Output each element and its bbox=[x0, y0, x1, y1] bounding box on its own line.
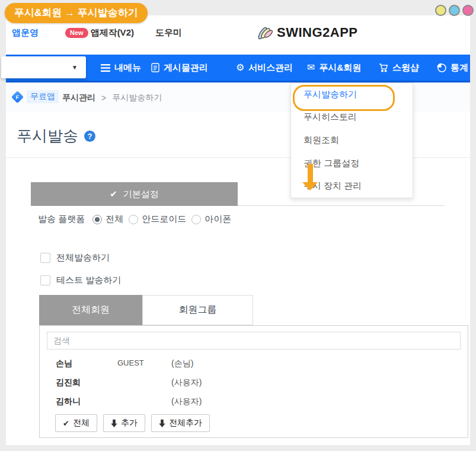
breadcrumb-separator: > bbox=[101, 93, 106, 103]
radio-label: 전체 bbox=[106, 214, 123, 225]
nav-label: 통계 bbox=[451, 62, 468, 74]
radio-label: 아이폰 bbox=[205, 214, 231, 225]
cart-icon bbox=[379, 63, 388, 72]
menu-icon bbox=[101, 64, 110, 72]
member-buttons: ✔ 전체 추가 bbox=[55, 414, 210, 432]
push-members-dropdown-menu: 푸시발송하기 푸시히스토리 회원조회 권한 그룹설정 푸시 장치 관리 bbox=[290, 82, 413, 198]
menu-item-member-lookup[interactable]: 회원조회 bbox=[291, 129, 413, 152]
breadcrumb-current: 푸시발송하기 bbox=[112, 93, 162, 103]
yellow-dot-icon[interactable] bbox=[435, 5, 446, 16]
member-list-panel: 손님 GUEST (손님) 김진희 (사용자) 김하니 (사용자) ✔ 전체 bbox=[39, 325, 468, 438]
checkbox-test-send[interactable]: 테스트 발송하기 bbox=[40, 275, 121, 286]
nav-item-push-members[interactable]: ✉ 푸시&회원 bbox=[307, 55, 361, 81]
header-link-help[interactable]: 도우미 bbox=[155, 27, 182, 39]
main-navbar: ▼ 내메뉴 게시물관리 ⚙ bbox=[6, 55, 470, 82]
radio-icon[interactable] bbox=[129, 215, 138, 224]
check-icon: ✔ bbox=[63, 419, 69, 428]
checkbox-icon[interactable] bbox=[40, 275, 50, 285]
breadcrumb-app: F 무료앱 bbox=[13, 90, 59, 103]
select-all-button[interactable]: ✔ 전체 bbox=[55, 414, 97, 432]
search-input[interactable] bbox=[47, 332, 461, 350]
nav-label: 내메뉴 bbox=[114, 62, 141, 74]
gear-icon: ⚙ bbox=[236, 63, 244, 72]
nav-label: 스윙샵 bbox=[392, 62, 419, 74]
down-arrow-icon bbox=[159, 420, 165, 427]
member-role: (손님) bbox=[171, 358, 193, 369]
radio-option-android[interactable]: 안드로이드 bbox=[129, 214, 186, 225]
menu-item-push-devices[interactable]: 푸시 장치 관리 bbox=[291, 174, 413, 198]
radio-option-iphone[interactable]: 아이폰 bbox=[191, 214, 231, 225]
logo-text: SWING2APP bbox=[277, 25, 358, 40]
page-title: 푸시발송 bbox=[17, 126, 78, 147]
nav-item-my-menu[interactable]: 내메뉴 bbox=[101, 55, 141, 81]
annotation-path-badge: 푸시&회원 → 푸시발송하기 bbox=[5, 3, 148, 23]
free-app-diamond-icon: F bbox=[11, 90, 24, 103]
nav-label: 서비스관리 bbox=[248, 62, 293, 74]
window-controls bbox=[435, 5, 474, 16]
button-label: 전체추가 bbox=[169, 418, 202, 428]
breadcrumb-section[interactable]: 푸시관리 bbox=[62, 93, 95, 103]
member-name: 김하니 bbox=[56, 396, 81, 407]
member-name: 김진희 bbox=[56, 377, 81, 388]
checkbox-label: 테스트 발송하기 bbox=[56, 275, 121, 286]
nav-label: 게시물관리 bbox=[164, 62, 208, 74]
menu-item-permission-groups[interactable]: 권한 그룹설정 bbox=[291, 152, 413, 175]
add-all-button[interactable]: 전체추가 bbox=[151, 414, 210, 432]
tab-basic-settings-label: 기본설정 bbox=[123, 189, 159, 200]
header-links: 앱운영 New 앱제작(V2) 도우미 bbox=[12, 27, 182, 39]
header-link-app-operation[interactable]: 앱운영 bbox=[12, 27, 39, 39]
nav-item-statistics[interactable]: 통계 bbox=[437, 55, 468, 81]
breadcrumb-trail: 푸시관리 > 푸시발송하기 bbox=[62, 93, 162, 103]
member-row[interactable]: 김진희 (사용자) bbox=[40, 377, 468, 389]
button-label: 추가 bbox=[121, 418, 138, 428]
button-label: 전체 bbox=[73, 418, 90, 428]
add-button[interactable]: 추가 bbox=[103, 414, 145, 432]
checkbox-send-all[interactable]: 전체발송하기 bbox=[40, 252, 110, 263]
radio-icon[interactable] bbox=[191, 215, 201, 224]
member-row[interactable]: 손님 GUEST (손님) bbox=[40, 358, 468, 370]
platform-row: 발송 플랫폼 전체 안드로이드 아이폰 bbox=[38, 214, 231, 225]
header-link-app-create[interactable]: 앱제작(V2) bbox=[91, 27, 134, 39]
member-row[interactable]: 김하니 (사용자) bbox=[40, 396, 468, 408]
nav-item-swing-shop[interactable]: 스윙샵 bbox=[379, 55, 419, 81]
new-badge: New bbox=[65, 28, 88, 38]
member-name: 손님 bbox=[56, 358, 72, 369]
member-role: (사용자) bbox=[171, 377, 202, 388]
free-app-chip[interactable]: 무료앱 bbox=[27, 90, 59, 103]
nav-label: 푸시&회원 bbox=[319, 62, 361, 74]
pie-chart-icon bbox=[437, 63, 446, 72]
member-role: (사용자) bbox=[171, 396, 202, 407]
cyan-dot-icon[interactable] bbox=[449, 5, 460, 16]
screen: 푸시&회원 → 푸시발송하기 앱운영 New 앱제작(V2) 도우미 bbox=[0, 0, 476, 451]
menu-item-push-history[interactable]: 푸시히스토리 bbox=[291, 106, 413, 129]
menu-item-push-send[interactable]: 푸시발송하기 bbox=[291, 83, 413, 106]
down-arrow-icon bbox=[111, 420, 117, 427]
radio-label: 안드로이드 bbox=[142, 214, 186, 225]
pink-dot-icon[interactable] bbox=[462, 5, 474, 16]
check-icon: ✔ bbox=[110, 189, 117, 199]
tab-all-members[interactable]: 전체회원 bbox=[39, 295, 142, 325]
logo[interactable]: SWING2APP bbox=[257, 25, 358, 40]
mail-icon: ✉ bbox=[307, 63, 315, 72]
nav-item-post-management[interactable]: 게시물관리 bbox=[151, 55, 208, 81]
checkbox-label: 전체발송하기 bbox=[56, 252, 110, 263]
nav-item-service-management[interactable]: ⚙ 서비스관리 bbox=[236, 55, 293, 81]
platform-label: 발송 플랫폼 bbox=[38, 214, 85, 225]
caret-down-icon: ▼ bbox=[72, 64, 78, 71]
feather-logo-icon bbox=[257, 25, 273, 40]
radio-icon[interactable] bbox=[92, 215, 102, 224]
app-select-dropdown[interactable]: ▼ bbox=[1, 56, 86, 78]
page: 앱운영 New 앱제작(V2) 도우미 SWING2APP bbox=[6, 15, 470, 445]
document-icon bbox=[151, 63, 159, 72]
checkbox-icon[interactable] bbox=[40, 253, 50, 263]
member-id: GUEST bbox=[117, 358, 144, 367]
tab-basic-settings[interactable]: ✔ 기본설정 bbox=[31, 182, 238, 206]
help-icon[interactable]: ? bbox=[84, 131, 95, 142]
radio-option-all[interactable]: 전체 bbox=[92, 214, 123, 225]
page-title-row: 푸시발송 ? bbox=[17, 126, 95, 147]
tab-member-groups[interactable]: 회원그룹 bbox=[142, 295, 253, 325]
